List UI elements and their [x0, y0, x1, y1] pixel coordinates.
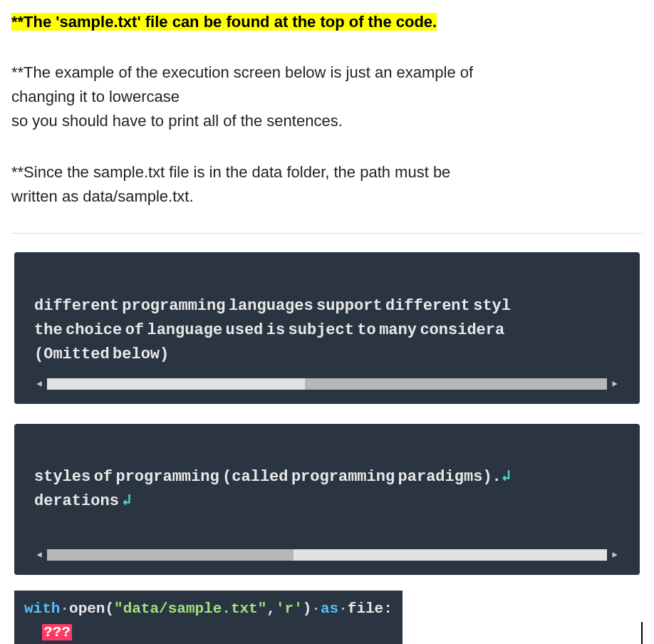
scroll-track[interactable]: [47, 378, 607, 390]
token-open: open: [69, 601, 105, 617]
scroll-thumb[interactable]: [47, 378, 305, 390]
scrollbar-1[interactable]: ◀ ▶: [34, 377, 620, 391]
token-colon: :: [383, 601, 393, 617]
token-lparen: (: [105, 601, 114, 617]
scroll-right-icon[interactable]: ▶: [610, 379, 620, 389]
block1-line3: (Omitted below): [34, 346, 169, 363]
token-comma: ,: [266, 601, 276, 617]
highlight-text: **The 'sample.txt' file can be found at …: [11, 13, 437, 31]
token-path-string: "data/sample.txt": [114, 601, 266, 617]
note-path: **Since the sample.txt file is in the da…: [11, 160, 643, 209]
token-mode-string: 'r': [276, 601, 303, 617]
block2-line1: styles of programming (called programmin…: [34, 468, 511, 486]
block1-line2: the choice of language used is subject t…: [34, 321, 504, 339]
output-block-2-text: styles of programming (called programmin…: [14, 441, 640, 548]
para1-line3: so you should have to print all of the s…: [11, 109, 643, 133]
para2-line1: **Since the sample.txt file is in the da…: [11, 160, 643, 185]
para1-line1: **The example of the execution screen be…: [11, 61, 643, 85]
note-example-execution: **The example of the execution screen be…: [11, 61, 643, 133]
highlighted-note: **The 'sample.txt' file can be found at …: [11, 10, 643, 33]
scroll-thumb[interactable]: [294, 549, 607, 561]
scrollbar-2[interactable]: ◀ ▶: [34, 548, 620, 562]
token-as: as: [321, 601, 338, 617]
code-placeholder: ???: [42, 624, 72, 640]
scroll-track[interactable]: [47, 549, 607, 561]
code-snippet: with·open("data/sample.txt",'r')·as·file…: [14, 591, 403, 644]
code-snippet-wrap: with·open("data/sample.txt",'r')·as·file…: [14, 591, 403, 644]
section-divider: [11, 233, 643, 234]
scroll-right-icon[interactable]: ▶: [610, 550, 620, 560]
token-file-var: file: [348, 601, 383, 617]
output-block-1: different programming languages support …: [14, 252, 640, 403]
block1-line1: different programming languages support …: [34, 297, 511, 315]
para1-line2: changing it to lowercase: [11, 85, 643, 109]
output-block-1-text: different programming languages support …: [14, 269, 640, 376]
bottom-row: with·open("data/sample.txt",'r')·as·file…: [11, 591, 643, 644]
para2-line2: written as data/sample.txt.: [11, 185, 643, 209]
scroll-left-icon[interactable]: ◀: [34, 550, 44, 560]
token-with: with: [24, 601, 60, 617]
block2-line2: derations ↲: [34, 492, 131, 510]
token-rparen: ): [303, 601, 312, 617]
text-cursor: [641, 622, 643, 644]
scroll-left-icon[interactable]: ◀: [34, 379, 44, 389]
output-block-2: styles of programming (called programmin…: [14, 424, 640, 575]
